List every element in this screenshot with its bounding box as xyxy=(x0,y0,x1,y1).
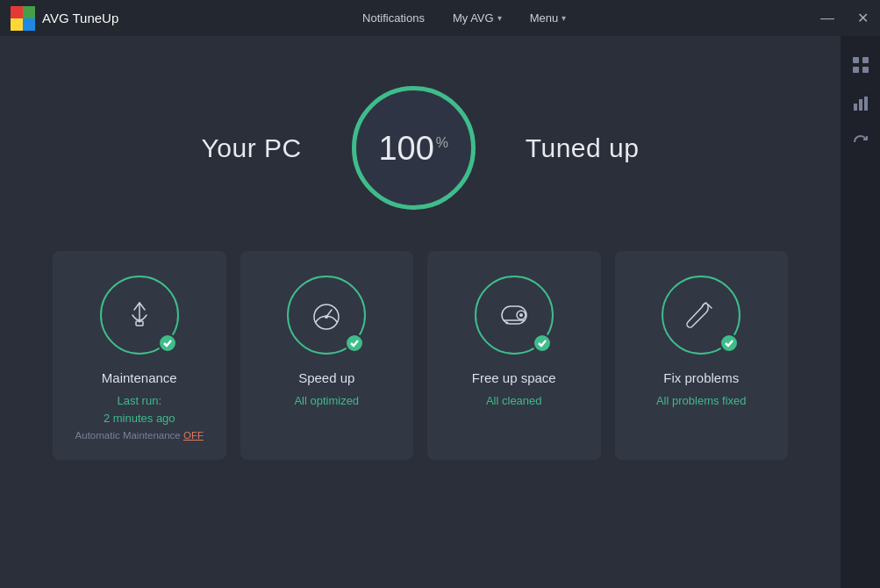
svg-point-21 xyxy=(505,322,508,325)
svg-rect-4 xyxy=(853,57,859,63)
close-button[interactable]: ✕ xyxy=(845,0,880,36)
svg-rect-5 xyxy=(862,57,869,63)
progress-circle: 100% xyxy=(346,80,482,216)
circle-inner: 100% xyxy=(346,80,482,216)
wrench-icon xyxy=(682,296,720,334)
maintenance-check xyxy=(158,333,177,353)
brush-icon xyxy=(120,296,159,334)
speedup-icon-wrap xyxy=(287,276,366,355)
maintenance-extra: Automatic Maintenance OFF xyxy=(75,430,204,441)
hero-left-text: Your PC xyxy=(202,133,302,163)
app-title: AVG TuneUp xyxy=(42,11,118,25)
card-fixproblems[interactable]: Fix problems All problems fixed xyxy=(615,251,789,460)
chart-icon[interactable] xyxy=(844,87,877,120)
refresh-icon[interactable] xyxy=(844,125,877,159)
freespace-icon-wrap xyxy=(475,276,554,355)
card-speedup[interactable]: Speed up All optimized xyxy=(240,251,414,460)
maintenance-title: Maintenance xyxy=(102,370,177,385)
freespace-title: Free up space xyxy=(472,370,556,385)
maintenance-off-toggle[interactable]: OFF xyxy=(183,430,204,441)
fixproblems-status: All problems fixed xyxy=(656,392,747,410)
svg-point-19 xyxy=(519,313,523,317)
titlebar-controls: — ✕ xyxy=(810,0,880,36)
titlebar-left: AVG TuneUp xyxy=(11,6,118,31)
card-freespace[interactable]: Free up space All cleaned xyxy=(427,251,601,460)
nav-myavg[interactable]: My AVG ▾ xyxy=(440,0,514,36)
cards-section: Maintenance Last run: 2 minutes ago Auto… xyxy=(0,251,841,460)
svg-rect-0 xyxy=(11,6,23,18)
myavg-chevron-icon: ▾ xyxy=(497,13,502,23)
freespace-check xyxy=(533,333,552,353)
nav-menu[interactable]: Menu ▾ xyxy=(518,0,579,36)
svg-rect-7 xyxy=(862,67,869,73)
maintenance-status: Last run: 2 minutes ago xyxy=(104,392,175,427)
svg-rect-6 xyxy=(853,67,859,73)
svg-rect-2 xyxy=(11,18,23,31)
hero-section: Your PC 100% Tuned up xyxy=(202,36,640,251)
fixproblems-icon-wrap xyxy=(662,276,740,355)
svg-rect-10 xyxy=(864,97,868,111)
percent-sign: % xyxy=(436,135,448,150)
titlebar-nav: Notifications My AVG ▾ Menu ▾ xyxy=(350,0,578,36)
menu-chevron-icon: ▾ xyxy=(562,13,566,23)
fixproblems-title: Fix problems xyxy=(663,370,739,385)
hdd-icon xyxy=(495,296,533,334)
svg-rect-3 xyxy=(23,18,35,31)
maintenance-icon-wrap xyxy=(100,276,179,355)
right-sidebar xyxy=(841,36,880,588)
main-content: Your PC 100% Tuned up xyxy=(0,36,841,588)
hero-right-text: Tuned up xyxy=(526,133,640,163)
svg-point-16 xyxy=(325,315,328,319)
svg-rect-13 xyxy=(136,321,143,326)
nav-notifications[interactable]: Notifications xyxy=(350,0,437,36)
speedup-status: All optimized xyxy=(294,392,359,410)
card-maintenance[interactable]: Maintenance Last run: 2 minutes ago Auto… xyxy=(53,251,226,460)
speedometer-icon xyxy=(307,296,346,334)
freespace-status: All cleaned xyxy=(486,392,542,410)
fixproblems-check xyxy=(719,333,739,353)
minimize-button[interactable]: — xyxy=(810,0,845,36)
titlebar: AVG TuneUp Notifications My AVG ▾ Menu ▾… xyxy=(0,0,880,36)
speedup-title: Speed up xyxy=(298,370,354,385)
percent-value: 100% xyxy=(378,132,448,165)
svg-rect-1 xyxy=(23,6,35,18)
svg-rect-9 xyxy=(859,99,862,111)
speedup-check xyxy=(345,333,364,353)
svg-rect-8 xyxy=(854,104,857,111)
avg-logo xyxy=(11,6,35,31)
grid-icon[interactable] xyxy=(844,48,877,82)
